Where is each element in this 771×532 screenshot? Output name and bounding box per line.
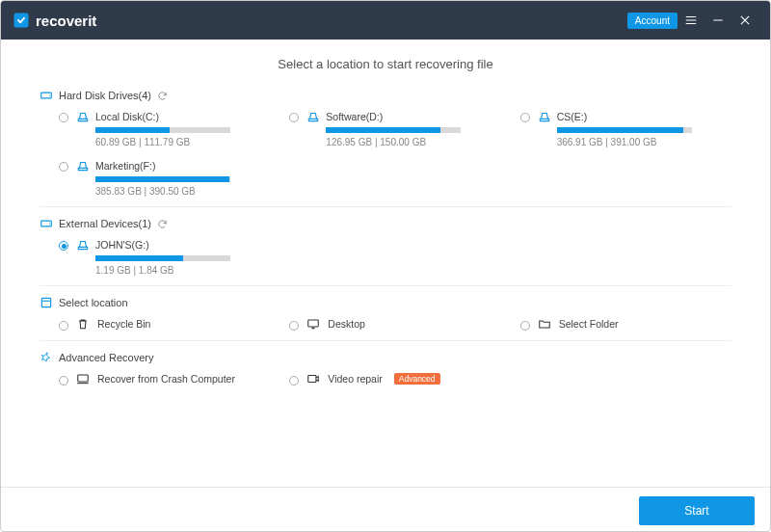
- page-title: Select a location to start recovering fi…: [40, 57, 731, 71]
- menu-button[interactable]: [678, 7, 705, 34]
- usage-bar: [557, 127, 692, 133]
- refresh-icon[interactable]: [157, 219, 168, 229]
- section-label: Hard Disk Drives(4): [59, 90, 151, 101]
- drive-icon: [76, 159, 90, 173]
- app-name: recoverit: [36, 13, 96, 29]
- titlebar: recoverit Account: [1, 1, 770, 40]
- external-icon: [40, 217, 53, 230]
- section-label: External Devices(1): [59, 218, 151, 229]
- section-advanced: Advanced Recovery Recover from Crash Com…: [40, 351, 731, 386]
- main-content: Select a location to start recovering fi…: [1, 40, 770, 487]
- adv-video-repair[interactable]: Video repair Advanced: [289, 372, 500, 386]
- video-icon: [306, 372, 320, 386]
- section-location: Select location Recycle Bin Desktop Sele…: [40, 296, 731, 331]
- folder-icon: [538, 317, 551, 331]
- drive-item[interactable]: Local Disk(C:)60.89 GB | 111.79 GB: [59, 110, 270, 147]
- drive-size: 126.95 GB | 150.00 GB: [326, 137, 500, 147]
- radio[interactable]: [520, 113, 530, 122]
- drive-name: Software(D:): [326, 111, 383, 122]
- drive-icon: [538, 110, 551, 123]
- loc-label: Recycle Bin: [97, 318, 150, 330]
- usage-bar: [326, 127, 461, 133]
- drive-name: Local Disk(C:): [95, 111, 159, 122]
- drive-size: 60.89 GB | 111.79 GB: [95, 137, 270, 147]
- footer: Start: [1, 487, 770, 532]
- advanced-icon: [40, 351, 53, 364]
- desktop-icon: [306, 317, 320, 331]
- svg-point-2: [49, 94, 50, 95]
- loc-desktop[interactable]: Desktop: [289, 317, 500, 331]
- adv-label: Video repair: [328, 373, 382, 385]
- section-head-hdd: Hard Disk Drives(4): [40, 89, 731, 102]
- location-icon: [40, 296, 53, 309]
- svg-point-4: [49, 223, 50, 224]
- radio[interactable]: [59, 321, 68, 331]
- computer-icon: [76, 372, 90, 386]
- advanced-badge: Advanced: [394, 373, 440, 385]
- minimize-button[interactable]: [705, 7, 731, 34]
- radio[interactable]: [289, 113, 299, 122]
- radio[interactable]: [289, 321, 299, 331]
- usage-bar: [95, 255, 230, 261]
- divider: [40, 340, 731, 341]
- adv-label: Recover from Crash Computer: [97, 373, 235, 385]
- account-button[interactable]: Account: [627, 13, 678, 29]
- section-label: Advanced Recovery: [59, 352, 153, 363]
- logo-icon: [13, 12, 30, 29]
- refresh-icon[interactable]: [157, 91, 168, 101]
- radio[interactable]: [59, 241, 68, 251]
- drive-icon: [306, 110, 320, 123]
- drive-icon: [76, 238, 90, 252]
- drive-name: Marketing(F:): [95, 160, 155, 172]
- app-logo: recoverit: [13, 12, 96, 29]
- usage-bar: [95, 127, 230, 133]
- section-head-loc: Select location: [40, 296, 731, 309]
- usage-bar: [95, 176, 230, 182]
- drive-name: CS(E:): [557, 111, 588, 122]
- loc-label: Desktop: [328, 318, 365, 330]
- drive-size: 366.91 GB | 391.00 GB: [557, 137, 731, 147]
- divider: [40, 285, 731, 286]
- svg-rect-7: [78, 375, 89, 382]
- close-button[interactable]: [731, 7, 758, 34]
- svg-rect-8: [308, 376, 316, 383]
- drive-item[interactable]: JOHN'S(G:)1.19 GB | 1.84 GB: [59, 238, 270, 276]
- radio[interactable]: [59, 113, 68, 122]
- section-ext: External Devices(1) JOHN'S(G:)1.19 GB | …: [40, 217, 731, 276]
- drive-item[interactable]: CS(E:)366.91 GB | 391.00 GB: [520, 110, 731, 147]
- recycle-bin-icon: [76, 317, 90, 331]
- start-button[interactable]: Start: [639, 496, 755, 525]
- radio[interactable]: [59, 162, 68, 172]
- loc-select-folder[interactable]: Select Folder: [520, 317, 731, 331]
- radio[interactable]: [520, 321, 530, 331]
- section-head-adv: Advanced Recovery: [40, 351, 731, 364]
- radio[interactable]: [59, 376, 68, 386]
- svg-rect-6: [308, 320, 319, 327]
- section-head-ext: External Devices(1): [40, 217, 731, 230]
- drive-size: 385.83 GB | 390.50 GB: [95, 186, 270, 197]
- drive-item[interactable]: Software(D:)126.95 GB | 150.00 GB: [289, 110, 500, 147]
- drive-item[interactable]: Marketing(F:)385.83 GB | 390.50 GB: [59, 159, 270, 197]
- hdd-icon: [40, 89, 53, 102]
- section-hdd: Hard Disk Drives(4) Local Disk(C:)60.89 …: [40, 89, 731, 197]
- drive-size: 1.19 GB | 1.84 GB: [95, 265, 270, 276]
- drive-name: JOHN'S(G:): [95, 239, 149, 251]
- drive-icon: [76, 110, 90, 123]
- divider: [40, 206, 731, 207]
- loc-recycle-bin[interactable]: Recycle Bin: [59, 317, 270, 331]
- loc-label: Select Folder: [559, 318, 619, 330]
- adv-crash-recovery[interactable]: Recover from Crash Computer: [59, 372, 270, 386]
- section-label: Select location: [59, 297, 128, 308]
- svg-rect-5: [41, 298, 50, 306]
- radio[interactable]: [289, 376, 299, 386]
